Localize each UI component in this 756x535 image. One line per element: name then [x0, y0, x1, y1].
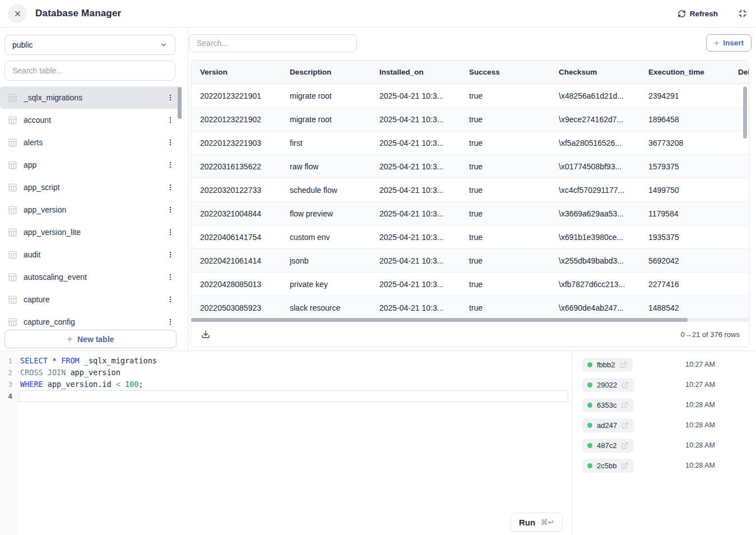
- column-header-Checksum[interactable]: Checksum: [550, 61, 639, 84]
- sql-editor[interactable]: 1234 SELECT * FROM _sqlx_migrationsCROSS…: [0, 351, 572, 535]
- grid-vertical-scrollbar[interactable]: [743, 86, 747, 139]
- table-row[interactable]: 20220123221903first2025-04-21 10:3...tru…: [191, 131, 749, 155]
- external-link-icon[interactable]: [621, 402, 628, 409]
- kebab-menu-icon[interactable]: [166, 273, 174, 281]
- kebab-menu-icon[interactable]: [166, 318, 174, 326]
- kebab-menu-icon[interactable]: [166, 139, 174, 146]
- kebab-menu-icon[interactable]: [166, 251, 174, 259]
- table-cell: \xfb7827d6cc213...: [550, 273, 639, 296]
- data-grid-viewport: Version Description Installed_on Success…: [191, 61, 749, 318]
- column-header-Deleted[interactable]: Deleted: [729, 61, 749, 84]
- external-link-icon[interactable]: [621, 462, 628, 469]
- run-label: Run: [519, 518, 535, 527]
- run-history-item[interactable]: 487c2 10:28 AM: [572, 435, 756, 455]
- table-search-input[interactable]: [4, 61, 175, 81]
- kebab-menu-icon[interactable]: [166, 206, 174, 214]
- table-cell: 2025-04-21 10:3...: [370, 178, 460, 201]
- table-row[interactable]: 20220421061414jsonb2025-04-21 10:3...tru…: [191, 249, 749, 273]
- run-button[interactable]: Run ⌘↵: [511, 513, 563, 532]
- success-dot-icon: [587, 403, 592, 408]
- close-button[interactable]: [8, 4, 27, 23]
- sidebar-item-capture[interactable]: capture: [0, 288, 181, 311]
- run-history-item[interactable]: fbbb2 10:27 AM: [572, 354, 756, 375]
- code-line[interactable]: SELECT * FROM _sqlx_migrations: [18, 355, 568, 367]
- refresh-label: Refresh: [690, 10, 718, 18]
- kebab-menu-icon[interactable]: [166, 94, 174, 102]
- sidebar-item-capture_config[interactable]: capture_config: [0, 311, 181, 328]
- run-id-pill[interactable]: 2c5bb: [582, 459, 634, 473]
- kebab-menu-icon[interactable]: [166, 228, 174, 236]
- run-id: 29022: [597, 381, 617, 389]
- column-header-Version[interactable]: Version: [191, 61, 281, 84]
- run-history-item[interactable]: 6353c 10:28 AM: [572, 395, 756, 415]
- table-row[interactable]: 20220123221901migrate root2025-04-21 10:…: [191, 84, 749, 108]
- table-icon: [8, 116, 17, 125]
- sidebar-item-app_version[interactable]: app_version: [0, 199, 181, 221]
- table-row[interactable]: 20220503085923slack resource2025-04-21 1…: [191, 296, 749, 318]
- editor-code-area[interactable]: SELECT * FROM _sqlx_migrationsCROSS JOIN…: [18, 355, 568, 402]
- external-link-icon[interactable]: [622, 422, 629, 429]
- column-header-Installed_on[interactable]: Installed_on: [370, 61, 460, 84]
- table-icon: [8, 250, 17, 260]
- table-cell: 1499750: [639, 178, 729, 201]
- table-cell: 2025-04-21 10:3...: [370, 84, 460, 107]
- table-row[interactable]: 20220316135622raw flow2025-04-21 10:3...…: [191, 155, 749, 178]
- download-button[interactable]: [200, 329, 211, 340]
- table-row[interactable]: 20220123221902migrate root2025-04-21 10:…: [191, 108, 749, 131]
- table-cell: 1935375: [639, 225, 729, 248]
- run-history-item[interactable]: 2c5bb 10:28 AM: [572, 455, 756, 476]
- run-id-pill[interactable]: 29022: [582, 378, 634, 392]
- sidebar-item-audit[interactable]: audit: [0, 243, 181, 266]
- sidebar-item-alerts[interactable]: alerts: [0, 131, 181, 154]
- kebab-menu-icon[interactable]: [166, 116, 174, 124]
- schema-select-value: public: [12, 40, 33, 49]
- sidebar-scrollbar[interactable]: [178, 87, 182, 119]
- sidebar-item-app_script[interactable]: app_script: [0, 176, 181, 199]
- run-id-pill[interactable]: ad247: [582, 418, 634, 432]
- kebab-menu-icon[interactable]: [166, 161, 174, 169]
- column-header-Execution_time[interactable]: Execution_time: [639, 61, 729, 84]
- insert-button[interactable]: + Insert: [706, 34, 752, 52]
- code-token: [120, 380, 125, 389]
- code-line[interactable]: [18, 390, 568, 402]
- run-id-pill[interactable]: 6353c: [582, 398, 634, 412]
- topbar-actions: Refresh: [674, 8, 748, 19]
- sidebar-item-account[interactable]: account: [0, 109, 181, 131]
- grid-horizontal-scrollbar[interactable]: [191, 318, 688, 322]
- sidebar-item-app_version_lite[interactable]: app_version_lite: [0, 221, 181, 243]
- sidebar-item-app[interactable]: app: [0, 154, 181, 176]
- external-link-icon[interactable]: [621, 442, 628, 449]
- kebab-menu-icon[interactable]: [166, 296, 174, 303]
- run-id-pill[interactable]: 487c2: [582, 439, 634, 453]
- external-link-icon[interactable]: [622, 381, 629, 389]
- code-token: app_version.id: [43, 380, 116, 389]
- table-row[interactable]: 20220428085013private key2025-04-21 10:3…: [191, 273, 749, 296]
- table-cell: first: [281, 131, 370, 154]
- table-cell: [729, 249, 749, 272]
- table-cell: slack resource: [281, 296, 370, 318]
- run-history-item[interactable]: 29022 10:27 AM: [572, 375, 756, 395]
- table-cell: true: [460, 84, 550, 107]
- table-row[interactable]: 20220406141754custom env2025-04-21 10:3.…: [191, 225, 749, 249]
- column-header-Description[interactable]: Description: [281, 61, 370, 84]
- sidebar-item-autoscaling_event[interactable]: autoscaling_event: [0, 266, 181, 288]
- kebab-menu-icon[interactable]: [166, 183, 174, 191]
- collapse-window-button[interactable]: [737, 8, 748, 19]
- code-line[interactable]: CROSS JOIN app_version: [18, 367, 568, 379]
- column-header-Success[interactable]: Success: [460, 61, 550, 84]
- table-cell: 20220421061414: [191, 249, 281, 272]
- rows-search-input[interactable]: [189, 34, 357, 52]
- run-id: 487c2: [597, 441, 616, 450]
- run-history-item[interactable]: ad247 10:28 AM: [572, 415, 756, 435]
- table-row[interactable]: 20220321004844flow preview2025-04-21 10:…: [191, 202, 749, 225]
- schema-select[interactable]: public: [4, 35, 175, 55]
- sidebar-item-_sqlx_migrations[interactable]: _sqlx_migrations: [0, 86, 181, 109]
- refresh-button[interactable]: Refresh: [674, 9, 721, 19]
- new-table-button[interactable]: + New table: [4, 330, 177, 348]
- table-cell: [729, 225, 749, 248]
- run-id-pill[interactable]: fbbb2: [582, 358, 633, 372]
- table-cell: \x255db49babd3...: [550, 249, 639, 272]
- code-line[interactable]: WHERE app_version.id < 100;: [18, 379, 568, 390]
- external-link-icon[interactable]: [620, 361, 627, 368]
- table-row[interactable]: 20220320122733schedule flow2025-04-21 10…: [191, 178, 749, 202]
